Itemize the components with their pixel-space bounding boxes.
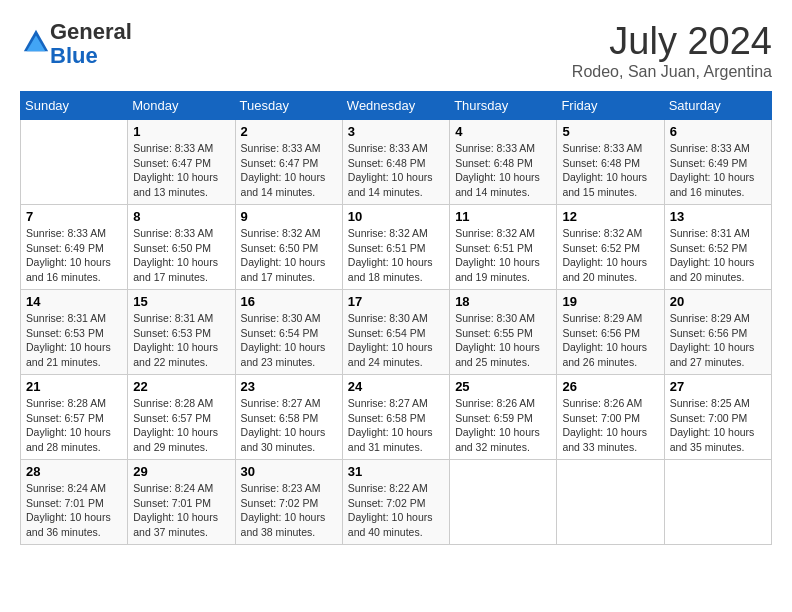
day-info: Sunrise: 8:29 AM Sunset: 6:56 PM Dayligh… [562,311,658,370]
day-info: Sunrise: 8:32 AM Sunset: 6:52 PM Dayligh… [562,226,658,285]
day-info: Sunrise: 8:28 AM Sunset: 6:57 PM Dayligh… [26,396,122,455]
calendar-cell: 27Sunrise: 8:25 AM Sunset: 7:00 PM Dayli… [664,375,771,460]
calendar-cell: 25Sunrise: 8:26 AM Sunset: 6:59 PM Dayli… [450,375,557,460]
day-number: 26 [562,379,658,394]
calendar-day-header: Monday [128,92,235,120]
calendar-day-header: Friday [557,92,664,120]
day-info: Sunrise: 8:32 AM Sunset: 6:51 PM Dayligh… [455,226,551,285]
logo-icon [22,28,50,56]
day-number: 16 [241,294,337,309]
day-number: 21 [26,379,122,394]
day-info: Sunrise: 8:33 AM Sunset: 6:48 PM Dayligh… [562,141,658,200]
calendar-cell: 17Sunrise: 8:30 AM Sunset: 6:54 PM Dayli… [342,290,449,375]
day-number: 29 [133,464,229,479]
day-info: Sunrise: 8:26 AM Sunset: 6:59 PM Dayligh… [455,396,551,455]
day-number: 19 [562,294,658,309]
logo: General Blue [20,20,132,68]
day-info: Sunrise: 8:33 AM Sunset: 6:47 PM Dayligh… [133,141,229,200]
day-number: 13 [670,209,766,224]
calendar-cell: 12Sunrise: 8:32 AM Sunset: 6:52 PM Dayli… [557,205,664,290]
title-block: July 2024 Rodeo, San Juan, Argentina [572,20,772,81]
month-year: July 2024 [572,20,772,63]
calendar-cell: 5Sunrise: 8:33 AM Sunset: 6:48 PM Daylig… [557,120,664,205]
day-info: Sunrise: 8:33 AM Sunset: 6:49 PM Dayligh… [670,141,766,200]
calendar-day-header: Thursday [450,92,557,120]
day-info: Sunrise: 8:27 AM Sunset: 6:58 PM Dayligh… [241,396,337,455]
day-number: 18 [455,294,551,309]
calendar-header-row: SundayMondayTuesdayWednesdayThursdayFrid… [21,92,772,120]
calendar-cell: 3Sunrise: 8:33 AM Sunset: 6:48 PM Daylig… [342,120,449,205]
day-info: Sunrise: 8:31 AM Sunset: 6:53 PM Dayligh… [26,311,122,370]
calendar-week-row: 1Sunrise: 8:33 AM Sunset: 6:47 PM Daylig… [21,120,772,205]
calendar-cell: 28Sunrise: 8:24 AM Sunset: 7:01 PM Dayli… [21,460,128,545]
day-number: 14 [26,294,122,309]
day-number: 1 [133,124,229,139]
calendar-cell: 22Sunrise: 8:28 AM Sunset: 6:57 PM Dayli… [128,375,235,460]
calendar-cell: 30Sunrise: 8:23 AM Sunset: 7:02 PM Dayli… [235,460,342,545]
calendar-cell: 4Sunrise: 8:33 AM Sunset: 6:48 PM Daylig… [450,120,557,205]
calendar-cell: 29Sunrise: 8:24 AM Sunset: 7:01 PM Dayli… [128,460,235,545]
day-number: 24 [348,379,444,394]
location: Rodeo, San Juan, Argentina [572,63,772,81]
day-number: 5 [562,124,658,139]
day-info: Sunrise: 8:24 AM Sunset: 7:01 PM Dayligh… [26,481,122,540]
calendar-week-row: 21Sunrise: 8:28 AM Sunset: 6:57 PM Dayli… [21,375,772,460]
day-number: 20 [670,294,766,309]
day-number: 7 [26,209,122,224]
day-number: 6 [670,124,766,139]
calendar-cell: 31Sunrise: 8:22 AM Sunset: 7:02 PM Dayli… [342,460,449,545]
calendar-cell: 2Sunrise: 8:33 AM Sunset: 6:47 PM Daylig… [235,120,342,205]
day-info: Sunrise: 8:23 AM Sunset: 7:02 PM Dayligh… [241,481,337,540]
day-number: 27 [670,379,766,394]
day-info: Sunrise: 8:30 AM Sunset: 6:54 PM Dayligh… [241,311,337,370]
calendar-cell [557,460,664,545]
calendar-cell: 18Sunrise: 8:30 AM Sunset: 6:55 PM Dayli… [450,290,557,375]
day-info: Sunrise: 8:26 AM Sunset: 7:00 PM Dayligh… [562,396,658,455]
calendar-cell: 11Sunrise: 8:32 AM Sunset: 6:51 PM Dayli… [450,205,557,290]
day-info: Sunrise: 8:24 AM Sunset: 7:01 PM Dayligh… [133,481,229,540]
day-number: 4 [455,124,551,139]
calendar-cell [450,460,557,545]
day-number: 11 [455,209,551,224]
calendar-cell: 20Sunrise: 8:29 AM Sunset: 6:56 PM Dayli… [664,290,771,375]
calendar-cell: 1Sunrise: 8:33 AM Sunset: 6:47 PM Daylig… [128,120,235,205]
calendar-cell: 24Sunrise: 8:27 AM Sunset: 6:58 PM Dayli… [342,375,449,460]
calendar-table: SundayMondayTuesdayWednesdayThursdayFrid… [20,91,772,545]
calendar-day-header: Sunday [21,92,128,120]
calendar-cell: 9Sunrise: 8:32 AM Sunset: 6:50 PM Daylig… [235,205,342,290]
day-info: Sunrise: 8:33 AM Sunset: 6:47 PM Dayligh… [241,141,337,200]
page-header: General Blue July 2024 Rodeo, San Juan, … [20,20,772,81]
day-number: 23 [241,379,337,394]
day-number: 12 [562,209,658,224]
day-number: 28 [26,464,122,479]
day-info: Sunrise: 8:25 AM Sunset: 7:00 PM Dayligh… [670,396,766,455]
calendar-day-header: Wednesday [342,92,449,120]
day-info: Sunrise: 8:32 AM Sunset: 6:51 PM Dayligh… [348,226,444,285]
day-number: 17 [348,294,444,309]
calendar-cell: 15Sunrise: 8:31 AM Sunset: 6:53 PM Dayli… [128,290,235,375]
day-info: Sunrise: 8:22 AM Sunset: 7:02 PM Dayligh… [348,481,444,540]
calendar-cell: 13Sunrise: 8:31 AM Sunset: 6:52 PM Dayli… [664,205,771,290]
day-number: 15 [133,294,229,309]
calendar-week-row: 28Sunrise: 8:24 AM Sunset: 7:01 PM Dayli… [21,460,772,545]
logo-general-text: General [50,19,132,44]
calendar-cell: 26Sunrise: 8:26 AM Sunset: 7:00 PM Dayli… [557,375,664,460]
day-number: 22 [133,379,229,394]
calendar-week-row: 7Sunrise: 8:33 AM Sunset: 6:49 PM Daylig… [21,205,772,290]
calendar-cell: 19Sunrise: 8:29 AM Sunset: 6:56 PM Dayli… [557,290,664,375]
calendar-day-header: Saturday [664,92,771,120]
day-info: Sunrise: 8:33 AM Sunset: 6:48 PM Dayligh… [455,141,551,200]
day-number: 10 [348,209,444,224]
day-info: Sunrise: 8:33 AM Sunset: 6:50 PM Dayligh… [133,226,229,285]
calendar-cell: 10Sunrise: 8:32 AM Sunset: 6:51 PM Dayli… [342,205,449,290]
day-info: Sunrise: 8:33 AM Sunset: 6:49 PM Dayligh… [26,226,122,285]
calendar-cell: 16Sunrise: 8:30 AM Sunset: 6:54 PM Dayli… [235,290,342,375]
day-info: Sunrise: 8:29 AM Sunset: 6:56 PM Dayligh… [670,311,766,370]
day-number: 2 [241,124,337,139]
calendar-cell: 21Sunrise: 8:28 AM Sunset: 6:57 PM Dayli… [21,375,128,460]
calendar-day-header: Tuesday [235,92,342,120]
day-info: Sunrise: 8:33 AM Sunset: 6:48 PM Dayligh… [348,141,444,200]
day-number: 31 [348,464,444,479]
day-info: Sunrise: 8:27 AM Sunset: 6:58 PM Dayligh… [348,396,444,455]
day-info: Sunrise: 8:28 AM Sunset: 6:57 PM Dayligh… [133,396,229,455]
